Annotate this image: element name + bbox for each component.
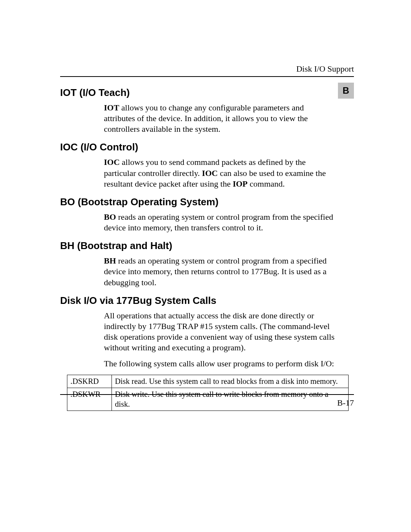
- para-bo: BO reads an operating system or control …: [104, 212, 336, 233]
- syscall-desc: Disk read. Use this system call to read …: [112, 375, 349, 388]
- syscall-name: .DSKRD: [67, 375, 112, 388]
- bold-iot: IOT: [104, 103, 119, 112]
- heading-diskio: Disk I/O via 177Bug System Calls: [60, 295, 354, 307]
- header-rule: [60, 76, 354, 77]
- footer-rule: [60, 394, 354, 395]
- bold-ioc-1: IOC: [104, 157, 120, 167]
- running-title: Disk I/O Support: [60, 64, 354, 74]
- bold-ioc-3: IOP: [233, 179, 247, 189]
- para-diskio-1: All operations that actually access the …: [104, 310, 336, 353]
- bold-bo: BO: [104, 212, 116, 222]
- text-ioc-3: command.: [248, 179, 285, 189]
- bold-ioc-2: IOC: [202, 168, 218, 178]
- para-iot: IOT allows you to change any configurabl…: [104, 102, 336, 134]
- table-row: .DSKRD Disk read. Use this system call t…: [67, 375, 349, 388]
- page-number: B-17: [60, 398, 354, 408]
- page: Disk I/O Support B IOT (I/O Teach) IOT a…: [0, 0, 411, 532]
- bold-bh: BH: [104, 256, 116, 265]
- text-bo: reads an operating system or control pro…: [104, 212, 333, 232]
- para-diskio-2: The following system calls allow user pr…: [104, 358, 336, 369]
- footer: B-17: [60, 394, 354, 408]
- running-header: Disk I/O Support: [60, 64, 354, 77]
- heading-bo: BO (Bootstrap Operating System): [60, 196, 354, 208]
- heading-ioc: IOC (I/O Control): [60, 141, 354, 153]
- content: IOT (I/O Teach) IOT allows you to change…: [60, 80, 354, 411]
- heading-iot: IOT (I/O Teach): [60, 87, 354, 99]
- para-bh: BH reads an operating system or control …: [104, 256, 336, 288]
- para-ioc: IOC allows you to send command packets a…: [104, 157, 336, 189]
- text-bh: reads an operating system or control pro…: [104, 256, 327, 287]
- heading-bh: BH (Bootstrap and Halt): [60, 240, 354, 252]
- text-iot: allows you to change any configurable pa…: [104, 103, 308, 134]
